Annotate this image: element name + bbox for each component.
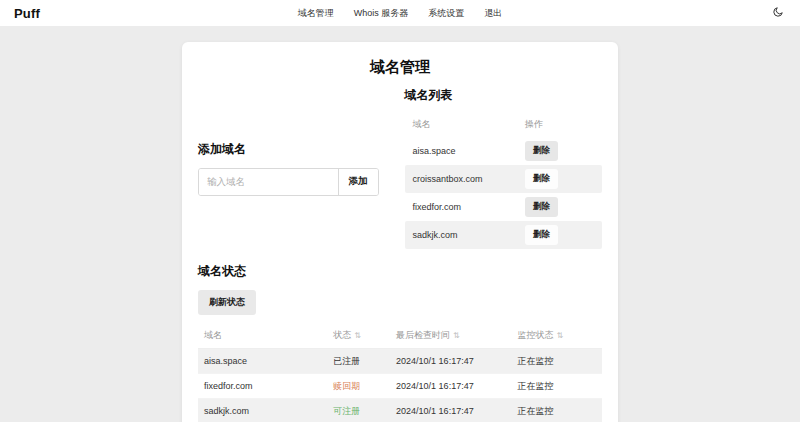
add-domain-input-group: 添加 xyxy=(198,168,379,196)
status-table-row: aisa.space 已注册 2024/10/1 16:17:47 正在监控 xyxy=(198,349,602,374)
add-domain-button[interactable]: 添加 xyxy=(338,169,378,195)
domain-cell: fixedfor.com xyxy=(413,202,526,212)
status-badge: 可注册 xyxy=(333,405,396,418)
domain-cell: fixedfor.com xyxy=(204,381,333,391)
column-header-domain: 域名 xyxy=(413,118,526,131)
domain-list-table: 域名 操作 aisa.space 删除 croissantbox.com 删除 … xyxy=(405,114,603,249)
top-navbar: Puff 域名管理 Whois 服务器 系统设置 退出 xyxy=(0,0,800,26)
domain-list-row: aisa.space 删除 xyxy=(405,137,603,165)
status-table-row: sadkjk.com 可注册 2024/10/1 16:17:47 正在监控 xyxy=(198,399,602,422)
domain-list-header: 域名 操作 xyxy=(405,114,603,137)
monitoring-cell: 正在监控 xyxy=(518,380,596,393)
status-table-row: fixedfor.com 赎回期 2024/10/1 16:17:47 正在监控 xyxy=(198,374,602,399)
domain-input[interactable] xyxy=(199,169,338,195)
delete-button[interactable]: 删除 xyxy=(525,141,558,161)
brand-logo: Puff xyxy=(14,6,40,21)
delete-button[interactable]: 删除 xyxy=(525,225,558,245)
nav-item-system-settings[interactable]: 系统设置 xyxy=(428,7,464,20)
checked-at-cell: 2024/10/1 16:17:47 xyxy=(396,381,518,391)
column-header-monitoring: 监控状态⇅ xyxy=(518,329,596,342)
status-table-header: 域名 状态⇅ 最后检查时间⇅ 监控状态⇅ xyxy=(198,325,602,349)
domain-cell: aisa.space xyxy=(413,146,526,156)
main-card: 域名管理 添加域名 添加 域名列表 域名 操作 aisa.space 删除 xyxy=(182,42,618,422)
domain-cell: aisa.space xyxy=(204,356,333,366)
checked-at-cell: 2024/10/1 16:17:47 xyxy=(396,406,518,416)
domain-list-row: fixedfor.com 删除 xyxy=(405,193,603,221)
refresh-status-button[interactable]: 刷新状态 xyxy=(198,290,256,315)
delete-button[interactable]: 删除 xyxy=(525,197,558,217)
domain-cell: sadkjk.com xyxy=(204,406,333,416)
monitoring-cell: 正在监控 xyxy=(518,355,596,368)
monitoring-cell: 正在监控 xyxy=(518,405,596,418)
status-badge: 赎回期 xyxy=(333,380,396,393)
domain-list-heading: 域名列表 xyxy=(405,87,603,104)
sort-icon[interactable]: ⇅ xyxy=(557,331,564,340)
column-header-status: 状态⇅ xyxy=(333,329,396,342)
sort-icon[interactable]: ⇅ xyxy=(354,331,361,340)
nav-item-logout[interactable]: 退出 xyxy=(484,7,502,20)
domain-status-table: 域名 状态⇅ 最后检查时间⇅ 监控状态⇅ aisa.space 已注册 2024… xyxy=(198,325,602,422)
domain-list-section: 域名列表 域名 操作 aisa.space 删除 croissantbox.co… xyxy=(405,87,603,249)
column-header-domain: 域名 xyxy=(204,329,333,342)
add-domain-heading: 添加域名 xyxy=(198,141,379,158)
add-domain-section: 添加域名 添加 xyxy=(198,141,379,196)
nav-item-domain-management[interactable]: 域名管理 xyxy=(298,7,334,20)
column-header-checked-at: 最后检查时间⇅ xyxy=(396,329,518,342)
sort-icon[interactable]: ⇅ xyxy=(453,331,460,340)
nav-links: 域名管理 Whois 服务器 系统设置 退出 xyxy=(298,7,503,20)
moon-icon xyxy=(772,4,784,22)
domain-cell: sadkjk.com xyxy=(413,230,526,240)
status-badge: 已注册 xyxy=(333,355,396,368)
domain-cell: croissantbox.com xyxy=(413,174,526,184)
delete-button[interactable]: 删除 xyxy=(525,169,558,189)
domain-list-row: sadkjk.com 删除 xyxy=(405,221,603,249)
page-title: 域名管理 xyxy=(198,58,602,77)
nav-item-whois-server[interactable]: Whois 服务器 xyxy=(354,7,409,20)
checked-at-cell: 2024/10/1 16:17:47 xyxy=(396,356,518,366)
domain-list-row: croissantbox.com 删除 xyxy=(405,165,603,193)
theme-toggle-button[interactable] xyxy=(770,5,786,21)
domain-status-section: 域名状态 刷新状态 域名 状态⇅ 最后检查时间⇅ 监控状态⇅ aisa.spac… xyxy=(198,263,602,422)
column-header-action: 操作 xyxy=(525,118,594,131)
domain-status-heading: 域名状态 xyxy=(198,263,602,280)
